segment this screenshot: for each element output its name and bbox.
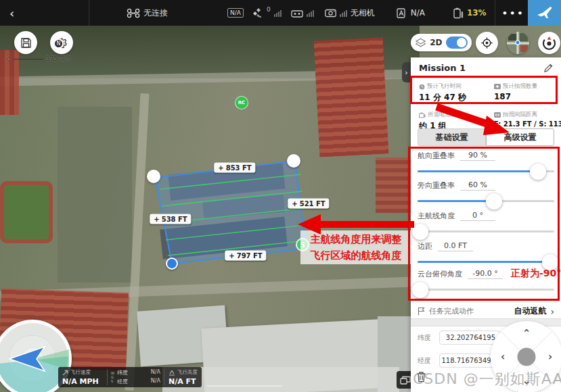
compass-north-badge: N (53, 39, 64, 49)
edge-length-pill[interactable]: +853 FT (214, 163, 255, 173)
route-angle-slider[interactable] (418, 230, 554, 232)
rc-mode-icon (397, 8, 407, 18)
map-mode-pill: 2D (411, 34, 472, 51)
gimbal-pitch-value[interactable]: -90.0 ° (468, 269, 503, 279)
toggle-knob (457, 38, 466, 47)
side-overlap-value[interactable]: 60 % (460, 180, 495, 191)
save-icon (20, 37, 32, 49)
gimbal-annotation-note: 正射为-90° (511, 268, 561, 280)
route-angle-annotation: 主航线角度用来调整 飞行区域的航线角度 (300, 230, 411, 264)
polygon-vertex-handle-selected[interactable] (166, 258, 178, 270)
remote-controller-icon (291, 9, 303, 18)
slider-knob[interactable] (412, 282, 428, 298)
compass-icon (542, 36, 556, 50)
route-angle-value[interactable]: 0 ° (460, 211, 495, 221)
course-overlap-slider[interactable] (418, 170, 554, 172)
flight-mode-badge[interactable]: N/A (227, 8, 244, 18)
wgs-label: WGS (111, 369, 114, 385)
tab-advanced-settings[interactable]: 高级设置 (486, 128, 554, 146)
nudge-up-button[interactable]: ⌃ (522, 327, 531, 339)
tab-basic-settings[interactable]: 基础设置 (418, 128, 486, 146)
altitude-icon (169, 370, 175, 376)
clock-icon (419, 84, 425, 90)
map-mode-label: 2D (430, 38, 442, 47)
save-mission-button[interactable] (14, 31, 37, 54)
completion-action-row[interactable]: 任务完成动作 自动返航 › (411, 303, 561, 319)
slider-route-angle: 主航线角度0 ° (418, 211, 554, 232)
camera-signal-bars (340, 9, 347, 17)
nudge-right-button[interactable]: › (548, 351, 552, 363)
battery-status[interactable]: 13% (453, 7, 487, 19)
compass-reset-button[interactable] (538, 32, 560, 54)
edge-length-pill[interactable]: +521 FT (288, 199, 329, 209)
map-layers-icon (415, 38, 426, 47)
polygon-vertex-handle[interactable] (147, 170, 160, 183)
interval-icon (494, 112, 501, 118)
chevron-right-icon: › (550, 306, 554, 317)
slider-margin: 边距0.0 FT (418, 241, 554, 263)
telemetry-speed: 飞行速度 N/A MPH (58, 367, 107, 387)
longitude-row: 经度 118.716763493 (418, 353, 500, 368)
back-button[interactable]: ‹ (0, 0, 89, 26)
speed-arrow-icon (62, 370, 68, 376)
gps-status[interactable]: 0 (252, 8, 282, 18)
edge-length-pill[interactable]: +797 FT (225, 251, 266, 261)
divider (89, 0, 89, 26)
watermark: CSDN @一别如斯AA (413, 369, 561, 389)
minimap-thumbnail (507, 32, 529, 54)
margin-value[interactable]: 0.0 FT (438, 241, 473, 251)
aircraft-connection-status[interactable]: 无连接 (127, 7, 168, 19)
course-overlap-value[interactable]: 90 % (460, 151, 495, 161)
lng-value: N/A (151, 378, 160, 385)
gps-count: 0 (267, 6, 271, 13)
map-roofs-right (376, 157, 411, 213)
panel-collapse-tab[interactable]: › (402, 62, 411, 82)
gimbal-pitch-slider[interactable] (418, 289, 554, 291)
slider-knob[interactable] (412, 224, 428, 240)
polygon-vertex-handle[interactable] (287, 154, 300, 168)
map-building-3 (202, 195, 285, 219)
nudge-center-button[interactable] (518, 348, 536, 366)
airplane-icon (536, 5, 554, 20)
drone-icon (127, 8, 140, 18)
latitude-input[interactable]: 32.202764195 (439, 330, 500, 345)
margin-slider[interactable] (418, 261, 554, 263)
rc-signal-status[interactable] (291, 9, 314, 18)
map-sports-field (0, 181, 53, 243)
completion-action-value: 自动返航 (514, 305, 546, 317)
gps-signal-bars (274, 9, 282, 17)
photo-icon (494, 84, 501, 89)
divider (495, 0, 495, 26)
takeoff-button[interactable] (528, 0, 561, 26)
stat-flight-time: 预计飞行时间 11 分 47 秒 (411, 78, 486, 107)
camera-status[interactable]: 无相机 (325, 7, 375, 19)
battery-icon (453, 7, 464, 19)
app-screen: RC S +853 FT +521 FT +538 FT +797 FT ‹ 无… (0, 0, 561, 392)
picture-in-picture-icon (400, 376, 411, 385)
more-menu-button[interactable]: ••• (502, 8, 521, 18)
mission-header: Mission 1 (411, 57, 561, 78)
slider-knob[interactable] (486, 193, 502, 210)
slider-knob[interactable] (530, 164, 546, 180)
map-scale-bar: 0 375 英尺 (7, 55, 72, 64)
flag-icon (418, 307, 425, 316)
latitude-row: 纬度 32.202764195 (418, 330, 500, 345)
satellite-icon (252, 8, 263, 18)
scale-line (14, 59, 43, 59)
mission-title: Mission 1 (419, 63, 466, 73)
telemetry-bar: 飞行速度 N/A MPH WGS 纬度N/A 经度N/A 飞行高度 N/A FT (58, 367, 202, 387)
top-status-bar: ‹ 无连接 N/A 0 无相机 N/A 13% ••• (0, 0, 561, 26)
minimap-button[interactable] (507, 32, 529, 54)
stat-photo-count: 预计拍照数量 187 (486, 78, 561, 107)
locate-me-button[interactable] (476, 32, 498, 54)
plus-icon: + (229, 252, 234, 260)
rc-mode-status[interactable]: N/A (397, 8, 425, 18)
telemetry-gps: WGS 纬度N/A 经度N/A (108, 367, 164, 387)
side-overlap-slider[interactable] (418, 200, 554, 202)
edit-pencil-icon[interactable] (544, 64, 553, 72)
map-2d-toggle[interactable] (446, 36, 468, 49)
rc-signal-bars (307, 9, 314, 17)
settings-tabs: 基础设置 高级设置 (418, 128, 554, 146)
nudge-left-button[interactable]: ‹ (501, 351, 505, 363)
edge-length-pill[interactable]: +538 FT (150, 214, 191, 224)
